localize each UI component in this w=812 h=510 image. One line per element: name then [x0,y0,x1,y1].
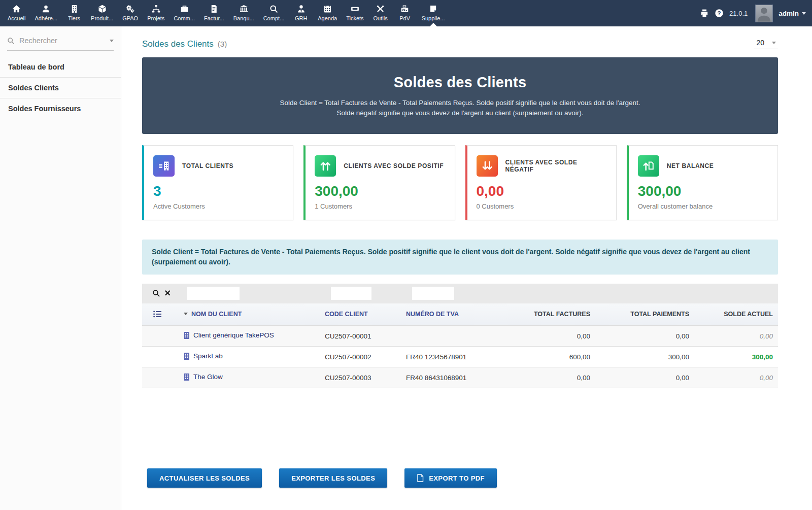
cell-vat: FR40 86431068901 [406,367,492,388]
info-note: Solde Client = Total Factures de Vente -… [142,240,778,275]
member-icon [41,4,51,14]
export-balances-button[interactable]: EXPORTER LES SOLDES [279,468,387,488]
hrm-user-tie-icon [296,4,306,14]
cell-total-invoices: 600,00 [492,347,590,367]
svg-text:?: ? [718,10,721,16]
card-label: TOTAL CLIENTS [182,162,233,169]
mrp-gears-icon [125,4,135,14]
nav-label: Comm... [174,15,195,21]
cell-code: CU2507-00002 [325,347,406,367]
nav-item-commerce[interactable]: Comm... [169,0,199,26]
card-solde-positif: CLIENTS AVEC SOLDE POSITIF 300,00 1 Cust… [303,145,455,220]
nav-label: Compt... [263,15,285,21]
refresh-balances-button[interactable]: ACTUALISER LES SOLDES [147,468,262,488]
sidebar-menu: Tableau de bord Soldes Clients Soldes Fo… [0,57,121,119]
nav-label: Tickets [346,15,363,21]
nav-label: Adhére... [35,15,57,21]
cell-total-invoices: 0,00 [492,326,590,347]
nav-item-grh[interactable]: GRH [289,0,313,26]
chevron-down-icon [802,12,806,15]
user-avatar[interactable] [755,5,773,22]
search-dropdown-caret-icon[interactable] [110,40,114,42]
filter-clear-icon[interactable] [164,289,172,297]
customer-link[interactable]: SparkLab [173,352,223,360]
page-size-value: 20 [756,39,764,47]
nav-item-supplies[interactable]: Supplie... [417,0,450,26]
nav-item-tickets[interactable]: Tickets [342,0,368,26]
column-header-solde-actuel[interactable]: SOLDE ACTUEL [689,303,778,326]
sidebar-item-tableau-de-bord[interactable]: Tableau de bord [0,57,121,78]
nav-label: Tiers [66,15,82,21]
billing-invoice-icon [209,4,219,14]
cell-balance: 300,00 [689,347,778,367]
pos-cashregister-icon [400,4,410,14]
company-icon [184,353,190,360]
column-header-nom-du-client[interactable]: NOM DU CLIENT [173,303,325,326]
filter-input-client-name[interactable] [187,287,240,300]
building-list-icon [153,155,175,177]
nav-label: Accueil [8,15,25,21]
card-subtext: Active Customers [153,202,284,210]
search-input[interactable] [19,37,105,45]
left-sidebar: Tableau de bord Soldes Clients Soldes Fo… [0,26,121,510]
customer-link[interactable]: Client générique TakePOS [173,331,274,339]
nav-item-adherents[interactable]: Adhére... [30,0,62,26]
cell-code: CU2507-00001 [325,326,406,347]
nav-item-produits[interactable]: Produit... [86,0,118,26]
customer-table-section: NOM DU CLIENT CODE CLIENT NUMÉRO DE TVA … [142,284,778,389]
table-row: The Glow CU2507-00003 FR40 86431068901 0… [142,367,778,388]
main-content: Soldes des Clients(3) 20 Soldes des Clie… [122,26,812,510]
nav-item-accueil[interactable]: Accueil [3,0,30,26]
pdf-file-icon [417,474,424,482]
list-columns-icon[interactable] [153,311,161,318]
bank-icon [239,4,249,14]
column-header-numero-tva[interactable]: NUMÉRO DE TVA [406,303,492,326]
export-pdf-button[interactable]: EXPORT TO PDF [404,468,497,488]
filter-input-vat-number[interactable] [412,287,454,300]
nav-item-gpao[interactable]: GPAO [118,0,143,26]
nav-item-facturation[interactable]: Factur... [199,0,229,26]
nav-item-outils[interactable]: Outils [368,0,393,26]
breadcrumb: Soldes des Clients(3) [142,39,227,49]
filter-search-icon[interactable] [152,289,160,297]
nav-item-tiers[interactable]: Tiers [62,0,86,26]
column-header-total-paiements[interactable]: TOTAL PAIEMENTS [590,303,689,326]
agenda-calendar-icon [323,4,332,14]
help-icon[interactable]: ? [715,9,724,18]
nav-label: Factur... [204,15,224,21]
sidebar-item-soldes-clients[interactable]: Soldes Clients [0,78,121,98]
filter-input-client-code[interactable] [331,287,371,300]
sidebar-item-soldes-fournisseurs[interactable]: Soldes Fournisseurs [0,98,121,119]
card-value: 300,00 [315,183,445,199]
page-size-select[interactable]: 20 [754,39,778,49]
arrows-up-icon [315,155,336,177]
nav-label: Banqu... [233,15,254,21]
action-buttons: ACTUALISER LES SOLDES EXPORTER LES SOLDE… [142,468,778,488]
print-icon[interactable] [700,9,709,18]
tools-icon [376,4,385,14]
column-header-total-factures[interactable]: TOTAL FACTURES [492,303,590,326]
nav-label: Agenda [318,15,337,21]
nav-item-banques[interactable]: Banqu... [229,0,259,26]
nav-item-pdv[interactable]: PdV [393,0,417,26]
user-menu[interactable]: admin [779,10,806,17]
accounting-magnifier-icon [269,4,279,14]
card-value: 300,00 [638,183,768,199]
cell-total-payments: 0,00 [590,367,689,388]
company-icon [184,373,190,381]
nav-item-projets[interactable]: Projets [143,0,169,26]
nav-item-agenda[interactable]: Agenda [313,0,342,26]
nav-label: Supplie... [422,15,445,21]
breadcrumb-title[interactable]: Soldes des Clients [142,39,214,49]
customer-link[interactable]: The Glow [173,373,223,381]
table-filter-bar [142,284,778,303]
customer-balance-table: NOM DU CLIENT CODE CLIENT NUMÉRO DE TVA … [142,303,778,389]
table-header-row: NOM DU CLIENT CODE CLIENT NUMÉRO DE TVA … [142,303,778,326]
card-value: 3 [153,183,284,199]
column-header-code-client[interactable]: CODE CLIENT [325,303,406,326]
ticket-icon [350,4,360,14]
hero-subtitle-line1: Solde Client = Total Factures de Vente -… [157,98,763,108]
record-count: (3) [218,40,227,48]
card-label: CLIENTS AVEC SOLDE POSITIF [344,162,444,169]
nav-item-comptabilite[interactable]: Compt... [259,0,289,26]
